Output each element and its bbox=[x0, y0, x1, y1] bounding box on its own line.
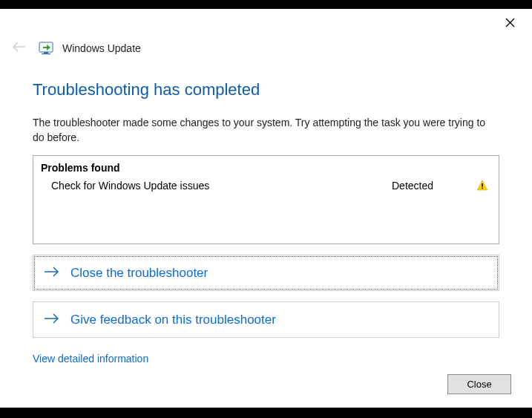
back-arrow-icon bbox=[9, 40, 30, 56]
bottom-window-frame bbox=[0, 408, 532, 418]
close-troubleshooter-label: Close the troubleshooter bbox=[70, 266, 208, 281]
problem-name: Check for Windows Update issues bbox=[51, 180, 392, 192]
give-feedback-button[interactable]: Give feedback on this troubleshooter bbox=[33, 301, 499, 338]
close-button[interactable]: Close bbox=[447, 374, 511, 394]
top-window-frame bbox=[0, 0, 532, 9]
svg-rect-4 bbox=[44, 52, 48, 53]
problem-row: Check for Windows Update issues Detected bbox=[41, 180, 491, 192]
problems-found-box: Problems found Check for Windows Update … bbox=[33, 155, 499, 244]
windows-update-icon bbox=[39, 42, 53, 55]
content-area: Troubleshooting has completed The troubl… bbox=[33, 80, 499, 365]
troubleshooter-window: Windows Update Troubleshooting has compl… bbox=[0, 9, 532, 408]
problems-found-title: Problems found bbox=[41, 162, 491, 174]
svg-rect-8 bbox=[482, 183, 483, 187]
warning-icon bbox=[473, 180, 491, 192]
arrow-right-icon bbox=[44, 264, 60, 281]
svg-rect-9 bbox=[482, 188, 483, 189]
page-description: The troubleshooter made some changes to … bbox=[33, 116, 499, 145]
page-heading: Troubleshooting has completed bbox=[33, 80, 499, 99]
header-title: Windows Update bbox=[62, 42, 141, 54]
close-icon bbox=[505, 18, 515, 27]
header-bar: Windows Update bbox=[9, 40, 523, 56]
window-close-button[interactable] bbox=[501, 13, 519, 31]
problem-status: Detected bbox=[392, 180, 473, 192]
footer-bar: Close bbox=[447, 374, 511, 394]
svg-rect-5 bbox=[42, 53, 50, 54]
close-troubleshooter-button[interactable]: Close the troubleshooter bbox=[33, 255, 499, 291]
arrow-right-icon bbox=[44, 311, 60, 328]
give-feedback-label: Give feedback on this troubleshooter bbox=[70, 313, 276, 327]
view-detailed-link[interactable]: View detailed information bbox=[33, 353, 148, 365]
